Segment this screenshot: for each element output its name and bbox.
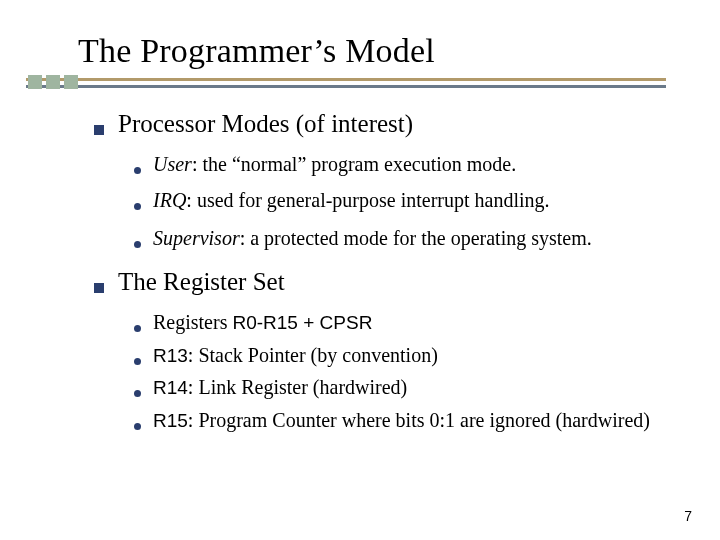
dot-bullet-icon (134, 325, 141, 332)
list-item: R14: Link Register (hardwired) (134, 373, 684, 402)
list-item-rest: : Link Register (hardwired) (188, 376, 407, 398)
list-item: User: the “normal” program execution mod… (134, 150, 684, 178)
section-items: User: the “normal” program execution mod… (94, 150, 684, 252)
slide-title-wrap: The Programmer’s Model (78, 32, 435, 70)
list-item-lead: IRQ (153, 189, 186, 211)
square-bullet-icon (94, 125, 104, 135)
title-underline-decoration (26, 76, 668, 90)
dot-bullet-icon (134, 241, 141, 248)
square-bullet-icon (94, 283, 104, 293)
dot-bullet-icon (134, 358, 141, 365)
deco-bar-bottom (26, 85, 666, 88)
list-item: Registers R0-R15 + CPSR (134, 308, 684, 337)
slide-title: The Programmer’s Model (78, 32, 435, 69)
list-item: R15: Program Counter where bits 0:1 are … (134, 406, 684, 435)
section-items: Registers R0-R15 + CPSR R13: Stack Point… (94, 308, 684, 434)
list-item: R13: Stack Pointer (by convention) (134, 341, 684, 370)
deco-bar-top (26, 78, 666, 81)
dot-bullet-icon (134, 203, 141, 210)
list-item-pre: Registers (153, 311, 232, 333)
list-item-mix-lead: R14 (153, 377, 188, 398)
list-item-text: R15: Program Counter where bits 0:1 are … (153, 406, 684, 435)
list-item-lead: User (153, 153, 192, 175)
slide: The Programmer’s Model Processor Modes (… (0, 0, 720, 540)
section-heading: Processor Modes (of interest) (118, 110, 413, 138)
deco-square-icon (64, 75, 78, 89)
deco-square-icon (46, 75, 60, 89)
list-item-rest: : used for general-purpose interrupt han… (186, 189, 549, 211)
list-item: Supervisor: a protected mode for the ope… (134, 224, 684, 252)
slide-content: Processor Modes (of interest) User: the … (94, 110, 684, 446)
section-heading-row: Processor Modes (of interest) (94, 110, 684, 138)
section-heading-row: The Register Set (94, 268, 684, 296)
deco-square-icon (28, 75, 42, 89)
dot-bullet-icon (134, 390, 141, 397)
list-item-mix-lead: R13 (153, 345, 188, 366)
section-processor-modes: Processor Modes (of interest) User: the … (94, 110, 684, 252)
list-item-text: R13: Stack Pointer (by convention) (153, 341, 684, 370)
list-item-text: User: the “normal” program execution mod… (153, 150, 684, 178)
list-item-lead: Supervisor (153, 227, 240, 249)
dot-bullet-icon (134, 167, 141, 174)
dot-bullet-icon (134, 423, 141, 430)
list-item-rest: : the “normal” program execution mode. (192, 153, 516, 175)
section-register-set: The Register Set Registers R0-R15 + CPSR… (94, 268, 684, 434)
list-item-text: Supervisor: a protected mode for the ope… (153, 224, 684, 252)
list-item-text: R14: Link Register (hardwired) (153, 373, 684, 402)
list-item-text: Registers R0-R15 + CPSR (153, 308, 684, 337)
list-item-rest: : Program Counter where bits 0:1 are ign… (188, 409, 650, 431)
list-item-rest: : Stack Pointer (by convention) (188, 344, 438, 366)
list-item-text: IRQ: used for general-purpose interrupt … (153, 186, 684, 214)
list-item: IRQ: used for general-purpose interrupt … (134, 186, 684, 214)
list-item-mix-lead: R15 (153, 410, 188, 431)
list-item-mix: R0-R15 + CPSR (232, 312, 372, 333)
list-item-rest: : a protected mode for the operating sys… (240, 227, 592, 249)
section-heading: The Register Set (118, 268, 285, 296)
page-number: 7 (684, 508, 692, 524)
